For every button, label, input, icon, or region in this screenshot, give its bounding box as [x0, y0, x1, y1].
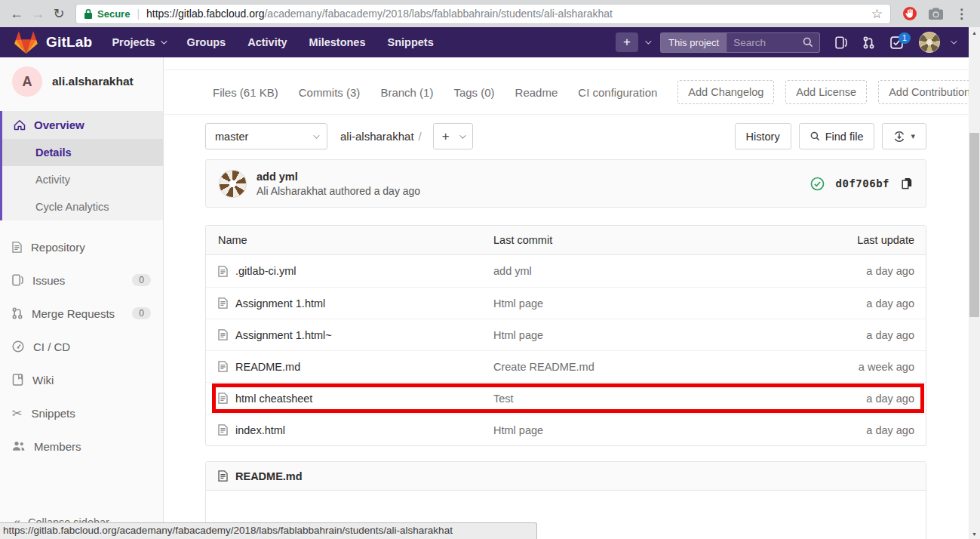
sidebar-item-wiki[interactable]: Wiki	[0, 363, 163, 396]
blocker-extension-icon[interactable]	[902, 6, 917, 21]
merge-requests-icon[interactable]	[863, 36, 874, 49]
file-link[interactable]: html cheatsheet	[235, 393, 312, 405]
bookmark-star-icon[interactable]: ☆	[871, 6, 883, 22]
gitlab-logo[interactable]: GitLab	[14, 31, 92, 54]
find-file-button[interactable]: Find file	[799, 123, 875, 149]
add-contribution-guide-button[interactable]: Add Contribution guide	[878, 80, 969, 104]
scrollbar-thumb[interactable]	[969, 133, 979, 317]
file-link[interactable]: Assignment 1.html	[235, 297, 325, 310]
link-status-bar: https://gitlab.fabcloud.org/academany/fa…	[0, 522, 537, 539]
tab-tags[interactable]: Tags (0)	[453, 86, 494, 99]
file-updated: a day ago	[775, 393, 926, 405]
search-scope-chip[interactable]: This project	[661, 33, 727, 52]
merge-request-icon	[12, 307, 23, 319]
issues-dashboard-icon[interactable]	[835, 36, 847, 49]
tab-ci-configuration[interactable]: CI configuration	[578, 86, 657, 99]
mr-count-badge: 0	[132, 307, 151, 319]
file-link[interactable]: README.md	[235, 361, 300, 373]
file-table-header: Name Last commit Last update	[206, 226, 926, 255]
history-button[interactable]: History	[735, 123, 791, 149]
sidebar-nav-list: Repository Issues 0 Merge Requests 0 CI …	[0, 230, 163, 463]
new-menu-button[interactable]: +	[616, 32, 650, 52]
nav-groups[interactable]: Groups	[187, 36, 226, 48]
document-icon	[218, 424, 228, 436]
todos-icon[interactable]: 1	[890, 36, 903, 49]
commit-meta: Ali Alsharakhat authored a day ago	[257, 185, 420, 197]
reload-icon[interactable]: ↻	[48, 3, 69, 24]
sidebar-item-merge-requests[interactable]: Merge Requests 0	[0, 297, 163, 330]
sidebar-item-members[interactable]: Members	[0, 430, 163, 463]
readme-title[interactable]: README.md	[235, 470, 303, 482]
nav-snippets[interactable]: Snippets	[388, 36, 434, 48]
back-icon[interactable]: ←	[6, 3, 27, 24]
sidebar-item-ci-cd[interactable]: CI / CD	[0, 330, 163, 363]
breadcrumb-project[interactable]: ali-alsharakhat	[340, 130, 414, 143]
tab-readme[interactable]: Readme	[515, 86, 558, 99]
file-link[interactable]: index.html	[235, 424, 285, 436]
commit-sha[interactable]: d0f706bf	[836, 177, 889, 189]
search-input[interactable]	[727, 37, 803, 48]
sidebar-item-activity[interactable]: Activity	[2, 166, 163, 193]
file-updated: a day ago	[775, 424, 926, 436]
forward-icon[interactable]: →	[27, 3, 48, 24]
search-icon	[803, 37, 813, 48]
branch-selector[interactable]: master	[205, 123, 327, 149]
file-updated: a day ago	[775, 297, 926, 310]
add-license-button[interactable]: Add License	[785, 80, 867, 104]
chevron-down-icon[interactable]	[951, 38, 957, 44]
commit-link[interactable]: add yml	[493, 265, 532, 277]
nav-projects[interactable]: Projects	[112, 36, 164, 48]
project-avatar: A	[12, 66, 42, 97]
scissors-icon: ✂	[12, 406, 22, 420]
screenshot-extension-icon[interactable]	[928, 8, 944, 20]
browser-menu-icon[interactable]: ⋮	[955, 6, 968, 22]
project-name: ali.alsharakhat	[52, 75, 134, 88]
commit-link[interactable]: Html page	[493, 297, 543, 310]
sidebar-item-cycle-analytics[interactable]: Cycle Analytics	[2, 193, 163, 220]
download-button[interactable]: ▾	[882, 123, 926, 149]
address-bar[interactable]: Secure | https://gitlab.fabcloud.org/aca…	[75, 4, 891, 24]
scrollbar-up-icon[interactable]: ▲	[969, 27, 980, 38]
committer-avatar[interactable]	[219, 170, 247, 198]
project-title-row[interactable]: A ali.alsharakhat	[0, 57, 163, 107]
commit-link[interactable]: Html page	[493, 424, 543, 436]
commit-title[interactable]: add yml	[257, 171, 420, 183]
todo-count-badge: 1	[899, 32, 911, 44]
new-file-dropdown-button[interactable]: +	[433, 123, 473, 149]
secure-label[interactable]: Secure	[97, 8, 130, 20]
pipeline-success-icon[interactable]	[810, 177, 825, 191]
brand-name: GitLab	[46, 34, 92, 51]
commit-link[interactable]: Create README.md	[493, 361, 594, 373]
sidebar-item-details[interactable]: Details	[2, 139, 163, 166]
document-icon	[218, 393, 228, 404]
copy-icon[interactable]	[901, 177, 913, 189]
table-row: index.html Html page a day ago	[206, 414, 926, 445]
sidebar-item-issues[interactable]: Issues 0	[0, 263, 163, 297]
tab-branch[interactable]: Branch (1)	[380, 86, 433, 99]
tab-commits[interactable]: Commits (3)	[299, 86, 361, 99]
nav-milestones[interactable]: Milestones	[309, 36, 366, 48]
file-link[interactable]: Assignment 1.html~	[235, 329, 332, 341]
file-link[interactable]: .gitlab-ci.yml	[235, 265, 296, 277]
url-domain: https://gitlab.fabcloud.org	[146, 8, 264, 20]
table-row: README.md Create README.md a week ago	[206, 350, 926, 382]
sidebar-item-overview[interactable]: Overview	[2, 111, 163, 139]
url-text[interactable]: https://gitlab.fabcloud.org/academany/fa…	[146, 8, 865, 20]
project-sidebar: A ali.alsharakhat Overview Details Activ…	[0, 57, 164, 539]
commit-link[interactable]: Test	[493, 393, 514, 405]
readme-header: README.md	[206, 462, 926, 491]
nav-activity[interactable]: Activity	[247, 36, 287, 48]
document-icon	[218, 297, 228, 309]
scrollbar-down-icon[interactable]: ▼	[969, 528, 980, 539]
last-commit-panel: add yml Ali Alsharakhat authored a day a…	[205, 159, 926, 208]
sidebar-item-repository[interactable]: Repository	[0, 230, 163, 263]
chevron-down-icon	[313, 132, 319, 138]
add-changelog-button[interactable]: Add Changelog	[677, 80, 774, 104]
commit-link[interactable]: Html page	[493, 329, 543, 341]
user-avatar[interactable]	[919, 32, 940, 53]
breadcrumb-remnant	[164, 57, 969, 70]
sidebar-item-snippets[interactable]: ✂ Snippets	[0, 396, 163, 430]
commit-text: add yml Ali Alsharakhat authored a day a…	[257, 171, 420, 197]
page-scrollbar[interactable]: ▲ ▼	[969, 27, 980, 539]
tab-files[interactable]: Files (61 KB)	[213, 86, 278, 99]
